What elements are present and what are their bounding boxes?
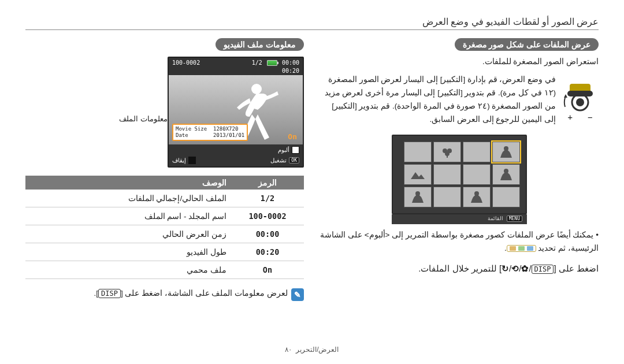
table-row: 1/2الملف الحالي/إجمالي الملفات (25, 190, 304, 207)
file-info-label: معلومات الملف (25, 114, 168, 123)
disp-button[interactable]: DISP (98, 289, 121, 298)
thumb[interactable] (433, 142, 461, 162)
info-icon: ✎ (291, 288, 304, 301)
info-table: الرمز الوصف 1/2الملف الحالي/إجمالي الملف… (25, 176, 304, 279)
bullet-note: •يمكنك أيضًا عرض الملفات كصور مصغرة بواس… (320, 229, 599, 255)
album-button-icon[interactable] (292, 146, 299, 154)
thumb[interactable] (404, 187, 432, 207)
thumb[interactable] (404, 164, 432, 185)
table-row: Onملف محمي (25, 261, 304, 279)
divider (25, 29, 599, 30)
th-symbol: الرمز (231, 176, 304, 190)
thumb-selected[interactable] (492, 142, 520, 162)
album-label: ألبوم (278, 147, 289, 153)
thumbnail-grid-preview: MENU القائمة (392, 135, 527, 224)
battery-icon (267, 60, 277, 66)
svg-rect-9 (447, 154, 448, 158)
stop-label: إيقاف (172, 157, 186, 164)
menu-label: القائمة (488, 216, 503, 221)
svg-point-11 (474, 191, 479, 196)
svg-point-3 (576, 98, 584, 106)
svg-point-5 (504, 146, 508, 151)
album-thumb-icon (507, 245, 536, 252)
thumb[interactable] (463, 187, 491, 207)
svg-point-10 (504, 169, 508, 173)
play-label: تشغيل (270, 157, 287, 164)
svg-marker-4 (564, 94, 567, 98)
th-desc: الوصف (25, 176, 231, 190)
svg-point-0 (251, 84, 262, 94)
thumb[interactable] (433, 164, 461, 185)
thumb[interactable] (492, 164, 520, 185)
stop-button-icon[interactable] (188, 157, 196, 164)
nav-instruction: اضغط على [DISP/✿/⟲/↻] للتمرير خلال الملف… (320, 263, 599, 274)
page-title: عرض الصور أو لقطات الفيديو في وضع العرض (25, 16, 599, 27)
section-heading-thumbnails: عرض الملفات على شكل صور مصغرة (455, 38, 599, 51)
menu-button[interactable]: MENU (507, 216, 522, 222)
folder-file: 100-0002 (172, 60, 200, 66)
ok-button[interactable]: OK (289, 157, 299, 164)
intro-text: استعراض الصور المصغرة للملفات. (320, 55, 599, 69)
zoom-lens-diagram: −+ (562, 80, 599, 122)
thumb[interactable] (433, 187, 461, 207)
table-row: 00:00زمن العرض الحالي (25, 225, 304, 243)
body-text: في وضع العرض، قم بإدارة [التكبير] إلى ال… (320, 73, 556, 127)
video-preview: 1/2 00:00 100-0002 00:20 (168, 57, 304, 168)
note-text: لعرض معلومات الملف على الشاشة، اضغط على (125, 289, 288, 298)
table-row: 00:20طول الفيديو (25, 243, 304, 261)
thumb[interactable] (492, 187, 520, 207)
page-footer: العرض/التحرير ٨٠ (0, 346, 624, 354)
file-info-overlay: Movie Size 1280X720 Date 2013/01/01 (172, 124, 248, 141)
disp-button[interactable]: DISP (532, 265, 554, 274)
section-heading-video-info: معلومات ملف الفيديو (216, 38, 304, 51)
total-time: 00:20 (169, 68, 303, 75)
protected-icon: On (288, 132, 297, 141)
thumb[interactable] (404, 142, 432, 162)
thumb[interactable] (463, 142, 491, 162)
table-row: 100-0002اسم المجلد - اسم الملف (25, 207, 304, 225)
thumb[interactable] (463, 164, 491, 185)
file-index: 1/2 (252, 60, 262, 66)
current-time: 00:00 (282, 60, 299, 66)
svg-point-12 (415, 191, 420, 196)
